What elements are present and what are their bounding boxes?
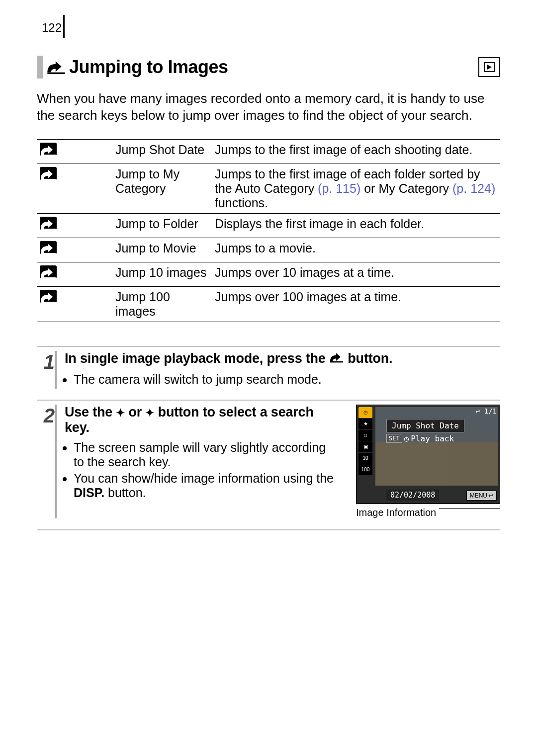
page-ref-link[interactable]: (p. 115) bbox=[318, 181, 360, 195]
search-key-label: Jump 10 images bbox=[111, 262, 211, 286]
step-bullet: The camera will switch to jump search mo… bbox=[74, 372, 500, 387]
step-bullet: The screen sample will vary slightly acc… bbox=[74, 440, 339, 469]
search-key-desc: Jumps to a movie. bbox=[211, 238, 500, 262]
step-title-text: or bbox=[129, 405, 146, 420]
down-arrow-icon: ✦ bbox=[145, 407, 154, 420]
lcd-mode-icon: 100 bbox=[358, 464, 372, 475]
table-row: Jump to Folder Displays the first image … bbox=[37, 213, 500, 238]
search-key-desc: Jumps to the first image of each shootin… bbox=[211, 139, 500, 164]
playback-label: Play back bbox=[411, 434, 454, 443]
jump-movie-icon bbox=[40, 241, 57, 254]
up-arrow-icon: ✦ bbox=[116, 407, 125, 420]
jump-my-category-icon bbox=[40, 167, 57, 180]
table-row: Jump Shot Date Jumps to the first image … bbox=[37, 139, 500, 164]
disp-button-label: DISP. bbox=[74, 486, 104, 500]
lcd-mode-icon: ▣ bbox=[358, 441, 372, 452]
step-title: In single image playback mode, press the… bbox=[65, 351, 500, 367]
section-title: Jumping to Images bbox=[69, 57, 228, 78]
caption-leader-line bbox=[439, 508, 500, 509]
search-keys-table: Jump Shot Date Jumps to the first image … bbox=[37, 139, 500, 322]
clock-icon: ◷ bbox=[404, 434, 409, 443]
search-key-label: Jump to My Category bbox=[111, 164, 211, 213]
desc-text: functions. bbox=[215, 196, 268, 210]
step-title: Use the ✦ or ✦ button to select a search… bbox=[65, 405, 339, 435]
step-number: 2 bbox=[37, 405, 57, 518]
page-number-divider bbox=[63, 15, 65, 38]
step-title-text: In single image playback mode, press the bbox=[65, 351, 329, 366]
step-title-text: button. bbox=[348, 351, 392, 366]
search-key-label: Jump to Movie bbox=[111, 238, 211, 262]
lcd-mode-icon: ★ bbox=[358, 419, 372, 429]
step-bullet: You can show/hide image information usin… bbox=[74, 471, 339, 500]
menu-label: MENU bbox=[470, 492, 487, 499]
table-row: Jump to My Category Jumps to the first i… bbox=[37, 164, 500, 213]
section-header: Jumping to Images bbox=[37, 56, 500, 79]
page-number-value: 122 bbox=[42, 21, 63, 38]
lcd-mode-icon: ◷ bbox=[358, 407, 372, 418]
lcd-set-play: SET ◷ Play back bbox=[386, 434, 454, 443]
jump-button-icon bbox=[329, 351, 344, 367]
search-key-desc: Jumps over 100 images at a time. bbox=[211, 286, 500, 322]
lcd-date: 02/02/2008 bbox=[386, 490, 439, 501]
search-key-label: Jump to Folder bbox=[111, 213, 211, 238]
lcd-caption: Image Information bbox=[356, 507, 500, 518]
table-row: Jump to Movie Jumps to a movie. bbox=[37, 238, 500, 262]
lcd-tooltip: Jump Shot Date bbox=[386, 419, 464, 432]
table-row: Jump 10 images Jumps over 10 images at a… bbox=[37, 262, 500, 286]
jump-shot-date-icon bbox=[40, 143, 57, 156]
section-accent-bar bbox=[37, 56, 43, 79]
lcd-menu-badge: MENU ↩ bbox=[466, 491, 497, 501]
steps: 1 In single image playback mode, press t… bbox=[37, 346, 500, 530]
bullet-text: You can show/hide image information usin… bbox=[74, 471, 334, 485]
search-key-label: Jump Shot Date bbox=[111, 139, 211, 164]
lcd-counter: ↩ 1/1 bbox=[476, 407, 497, 415]
lcd-mode-icon: 10 bbox=[358, 453, 372, 464]
playback-mode-icon bbox=[478, 57, 500, 77]
section-intro: When you have many images recorded onto … bbox=[37, 90, 500, 124]
svg-marker-2 bbox=[487, 65, 492, 70]
set-label: SET bbox=[386, 434, 402, 443]
search-key-label: Jump 100 images bbox=[111, 286, 211, 322]
section-title-wrap: Jumping to Images bbox=[37, 56, 228, 79]
bullet-text: button. bbox=[104, 486, 146, 500]
page-number: 122 bbox=[37, 15, 500, 38]
step-number: 1 bbox=[37, 351, 57, 389]
table-row: Jump 100 images Jumps over 100 images at… bbox=[37, 286, 500, 322]
jump-icon bbox=[46, 58, 66, 76]
step-title-text: Use the bbox=[65, 405, 116, 420]
lcd-caption-text: Image Information bbox=[356, 507, 436, 518]
desc-text: or My Category bbox=[360, 181, 452, 195]
lcd-counter-value: 1/1 bbox=[484, 407, 497, 415]
search-key-desc: Jumps over 10 images at a time. bbox=[211, 262, 500, 286]
search-key-desc: Displays the first image in each folder. bbox=[211, 213, 500, 238]
jump-folder-icon bbox=[40, 217, 57, 230]
jump-10-icon bbox=[40, 265, 57, 278]
step-2: 2 Use the ✦ or ✦ button to select a sear… bbox=[37, 400, 500, 530]
lcd-mode-sidebar: ◷ ★ □ ▣ 10 100 bbox=[358, 407, 372, 475]
lcd-screenshot: ◷ ★ □ ▣ 10 100 ↩ 1/1 Jump Shot Date SET … bbox=[356, 405, 500, 504]
search-key-desc: Jumps to the first image of each folder … bbox=[211, 164, 500, 213]
step-1: 1 In single image playback mode, press t… bbox=[37, 346, 500, 400]
jump-100-icon bbox=[40, 290, 57, 303]
lcd-mode-icon: □ bbox=[358, 430, 372, 441]
screen-sample: ◷ ★ □ ▣ 10 100 ↩ 1/1 Jump Shot Date SET … bbox=[356, 405, 500, 518]
page-ref-link[interactable]: (p. 124) bbox=[452, 181, 495, 195]
